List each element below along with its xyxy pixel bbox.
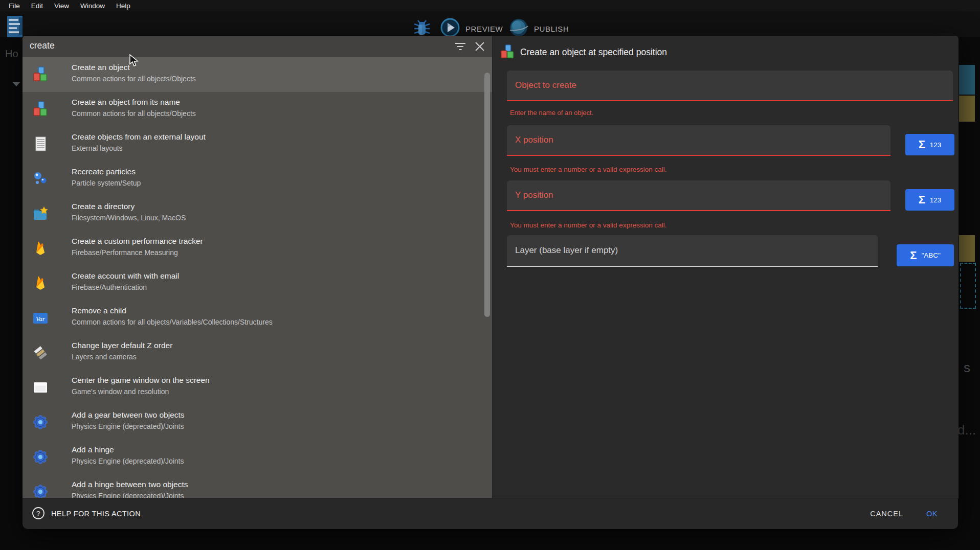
action-search-panel: create Create an objectCommon actions fo… [23, 36, 492, 498]
menu-edit[interactable]: Edit [26, 2, 49, 10]
action-title: Change layer default Z order [72, 341, 172, 350]
x-position-field[interactable]: X position [507, 125, 890, 156]
action-list-item[interactable]: Create account with with emailFirebase/A… [23, 266, 492, 301]
app-window: FileEditViewWindowHelp [0, 0, 980, 550]
particles-icon [32, 170, 49, 188]
action-list-item[interactable]: Center the game window on the screenGame… [23, 370, 492, 405]
physics-joint-icon [32, 483, 49, 498]
action-subtitle: Firebase/Authentication [72, 283, 147, 291]
action-subtitle: Common actions for all objects/Variables… [72, 318, 273, 326]
objects-cubes-icon [499, 44, 516, 60]
app-menu-icon[interactable] [6, 14, 25, 41]
action-title: Create an object from its name [72, 98, 180, 107]
action-subtitle: Physics Engine (deprecated)/Joints [72, 422, 184, 430]
action-title: Recreate particles [72, 167, 136, 176]
menu-view[interactable]: View [49, 2, 75, 10]
layer-expression-button[interactable]: Σ "ABC" [897, 244, 954, 266]
firebase-icon [32, 274, 49, 292]
x-field-label: X position [515, 135, 553, 145]
action-list-item[interactable]: Create an object from its nameCommon act… [23, 92, 492, 127]
action-subtitle: Filesystem/Windows, Linux, MacOS [72, 214, 186, 222]
action-list-item[interactable]: Change layer default Z orderLayers and c… [23, 335, 492, 370]
help-button[interactable]: ? HELP FOR THIS ACTION [32, 507, 141, 521]
variable-icon: Var [32, 309, 49, 327]
action-title: Create objects from an external layout [72, 132, 206, 142]
action-list-item[interactable]: Create a custom performance trackerFireb… [23, 231, 492, 266]
external-layout-icon [32, 135, 49, 153]
object-to-create-field[interactable]: Object to create [507, 71, 953, 101]
action-title: Center the game window on the screen [72, 376, 210, 385]
action-title: Create a custom performance tracker [72, 237, 203, 246]
ok-button[interactable]: OK [926, 510, 938, 518]
folder-star-icon [32, 205, 49, 222]
instruction-editor-dialog: create Create an objectCommon actions fo… [23, 36, 958, 529]
home-tab: Ho [5, 48, 18, 60]
dialog-footer: ? HELP FOR THIS ACTION CANCEL OK [23, 498, 958, 529]
action-list-item[interactable]: Recreate particlesParticle system/Setup [23, 162, 492, 196]
action-list-item[interactable]: Add a hinge between two objectsPhysics E… [23, 474, 492, 498]
action-list: Create an objectCommon actions for all o… [23, 57, 492, 498]
sigma-icon: Σ [919, 139, 925, 150]
cancel-button[interactable]: CANCEL [870, 510, 903, 518]
search-input[interactable]: create [30, 40, 55, 51]
filter-icon[interactable] [454, 42, 466, 51]
action-search-bar[interactable]: create [23, 36, 492, 57]
layer-field-label: Layer (base layer if empty) [515, 245, 618, 256]
x-field-error: You must enter a number or a valid expre… [510, 166, 666, 173]
objects-cubes-icon [32, 66, 49, 83]
scrollbar-thumb[interactable] [484, 73, 490, 317]
object-field-label: Object to create [515, 80, 576, 90]
action-subtitle: Layers and cameras [72, 353, 137, 361]
action-title: Create account with with email [72, 271, 179, 281]
action-subtitle: Firebase/Performance Measuring [72, 248, 178, 257]
action-subtitle: Particle system/Setup [72, 179, 141, 187]
firebase-icon [32, 240, 49, 257]
action-list-item[interactable]: Create a directoryFilesystem/Windows, Li… [23, 196, 492, 231]
background-object-thumb [959, 65, 975, 95]
dialog-title: Create an object at specified position [520, 47, 667, 58]
preview-label: PREVIEW [465, 25, 503, 33]
background-object-thumb [959, 96, 975, 122]
action-title: Add a hinge [72, 445, 114, 454]
help-question-icon: ? [32, 507, 45, 521]
menu-window[interactable]: Window [75, 2, 110, 10]
layer-field[interactable]: Layer (base layer if empty) [507, 235, 878, 267]
help-label: HELP FOR THIS ACTION [51, 510, 141, 518]
action-list-item[interactable]: Create an objectCommon actions for all o… [23, 57, 492, 92]
publish-label: PUBLISH [534, 25, 569, 33]
layers-icon [32, 344, 49, 361]
action-list-item[interactable]: Create objects from an external layoutEx… [23, 127, 492, 162]
chevron-down-icon[interactable] [12, 82, 20, 86]
action-subtitle: External layouts [72, 144, 123, 152]
svg-text:Var: Var [36, 315, 46, 323]
action-list-item[interactable]: Add a hingePhysics Engine (deprecated)/J… [23, 440, 492, 474]
action-title: Remove a child [72, 306, 126, 315]
action-subtitle: Common actions for all objects/Objects [72, 75, 196, 83]
svg-text:?: ? [36, 510, 40, 517]
y-field-label: Y position [515, 190, 553, 200]
background-text-fragment: s [964, 360, 970, 376]
sigma-icon: Σ [919, 194, 925, 205]
menu-help[interactable]: Help [110, 2, 136, 10]
background-selection-outline [960, 263, 976, 309]
x-expression-button[interactable]: Σ 123 [905, 134, 954, 155]
action-parameters-panel: Create an object at specified position O… [492, 36, 959, 498]
y-position-field[interactable]: Y position [507, 180, 890, 211]
action-title: Add a hinge between two objects [72, 480, 188, 489]
action-title: Create an object [72, 63, 130, 72]
action-subtitle: Game's window and resolution [72, 387, 169, 396]
physics-joint-icon [32, 448, 49, 466]
y-expression-button[interactable]: Σ 123 [905, 189, 954, 211]
background-text-fragment: d... [957, 422, 976, 438]
window-icon [32, 379, 49, 396]
object-field-helper: Enter the name of an object. [510, 109, 593, 117]
menu-bar: FileEditViewWindowHelp [0, 0, 980, 11]
sigma-icon: Σ [910, 250, 917, 261]
close-icon[interactable] [474, 41, 485, 52]
action-list-item[interactable]: Add a gear between two objectsPhysics En… [23, 405, 492, 440]
menu-file[interactable]: File [3, 2, 26, 10]
action-list-item[interactable]: VarRemove a childCommon actions for all … [23, 301, 492, 335]
action-title: Create a directory [72, 202, 135, 211]
action-subtitle: Physics Engine (deprecated)/Joints [72, 457, 184, 465]
action-subtitle: Common actions for all objects/Objects [72, 109, 196, 118]
